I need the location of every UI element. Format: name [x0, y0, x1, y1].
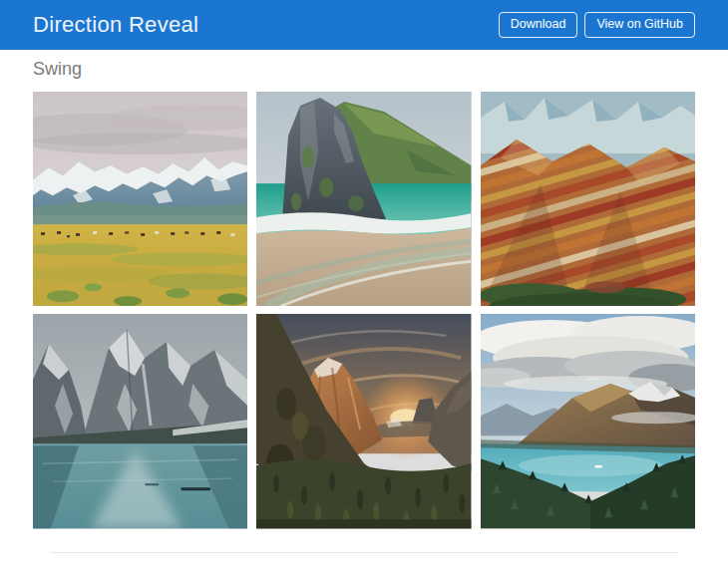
winter-lake-illustration — [33, 314, 247, 528]
rainbow-mountains-illustration — [481, 92, 695, 306]
page-title: Direction Reveal — [33, 12, 198, 38]
gallery-image-rainbow-mountains[interactable] — [481, 92, 695, 306]
download-button[interactable]: Download — [499, 12, 578, 38]
sea-cliff-illustration — [256, 92, 471, 306]
gallery-image-sea-cliff-beach[interactable] — [256, 92, 471, 306]
view-on-github-button[interactable]: View on GitHub — [584, 12, 695, 38]
section-divider — [50, 552, 678, 553]
image-grid — [33, 92, 695, 529]
gallery-image-winter-lake[interactable] — [33, 314, 247, 528]
header: Direction Reveal Download View on GitHub — [0, 0, 728, 50]
gallery-image-turquoise-lake[interactable] — [481, 314, 695, 528]
main-content: Swing — [0, 59, 728, 553]
turquoise-lake-illustration — [481, 314, 695, 528]
yosemite-sunset-illustration — [256, 314, 471, 528]
header-actions: Download View on GitHub — [499, 12, 695, 38]
gallery-image-mountain-pasture[interactable] — [33, 92, 247, 306]
section-title: Swing — [33, 59, 695, 80]
mountain-pasture-illustration — [33, 92, 247, 306]
gallery-image-yosemite-sunset[interactable] — [256, 314, 471, 528]
